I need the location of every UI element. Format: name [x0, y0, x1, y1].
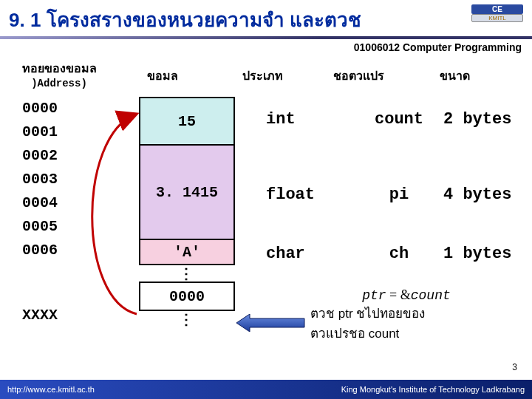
title-bar: 9. 1 โครงสรางของหนวยความจำ และตวช CE KMI… — [0, 0, 532, 39]
column-headers: ทอยของขอมล )Address) ขอมล ประเภท ชอตวแปร… — [7, 59, 525, 89]
memory-column: 15 3. 1415 'A' ⋮ 0000 ⋮ — [139, 97, 235, 327]
note-line2: ตวช ptr ชไปทอยของ — [310, 303, 502, 323]
note-line1: ptr = &count — [310, 287, 502, 303]
header-type: ประเภท — [214, 59, 310, 89]
header-address-label: ทอยของขอมล — [22, 62, 97, 75]
addr-0: 0000 — [22, 97, 58, 120]
row3-var: ch — [355, 245, 443, 263]
note-ptr: ptr — [362, 288, 386, 303]
row1-type: int — [266, 110, 347, 129]
body-area: 0000 0001 0002 0003 0004 0005 0006 XXXX … — [7, 97, 525, 363]
cell-char: 'A' — [139, 239, 235, 265]
addr-xxxx: XXXX — [22, 304, 58, 327]
addr-4: 0004 — [22, 191, 58, 215]
row2-type: float — [266, 185, 347, 204]
slide-title: 9. 1 โครงสรางของหนวยความจำ และตวช — [9, 4, 361, 35]
row1-size: 2 bytes — [443, 110, 532, 129]
addr-6: 0006 — [22, 239, 58, 262]
logo: CE KMITL — [471, 4, 523, 34]
header-address: ทอยของขอมล )Address) — [7, 59, 111, 89]
addr-5: 0005 — [22, 215, 58, 239]
addr-3: 0003 — [22, 168, 58, 191]
header-size: ขนาด — [406, 59, 502, 89]
row2-size: 4 bytes — [443, 185, 532, 204]
footer-bar: http://www.ce.kmitl.ac.th King Mongkut's… — [0, 380, 532, 399]
cell-float: 3. 1415 — [139, 145, 235, 239]
row3-type: char — [266, 245, 347, 263]
footer-institute: King Mongkut's Institute of Technology L… — [341, 385, 525, 394]
content-area: ทอยของขอมล )Address) ขอมล ประเภท ชอตวแปร… — [0, 53, 532, 369]
logo-text-top: CE — [471, 4, 523, 14]
note-eq: = & — [386, 287, 411, 302]
header-data: ขอมล — [111, 59, 214, 89]
cell-int: 15 — [139, 97, 235, 145]
address-list: 0000 0001 0002 0003 0004 0005 0006 XXXX — [22, 97, 58, 327]
addr-1: 0001 — [22, 120, 58, 144]
dots-2: ⋮ — [139, 311, 235, 327]
row1-var: count — [355, 110, 443, 129]
note-count: count — [411, 288, 451, 303]
svg-marker-0 — [236, 314, 304, 332]
header-var: ชอตวแปร — [310, 59, 406, 89]
addr-2: 0002 — [22, 144, 58, 168]
header-address-sub: )Address) — [7, 78, 111, 89]
arrow-left-icon — [236, 314, 307, 332]
pointer-note: ptr = &count ตวช ptr ชไปทอยของ ตวแปรชอ c… — [310, 287, 502, 343]
row2-var: pi — [355, 185, 443, 204]
page-number: 3 — [512, 362, 517, 372]
row3-size: 1 bytes — [443, 245, 532, 263]
course-code: 01006012 Computer Programming — [0, 39, 532, 53]
logo-text-bottom: KMITL — [471, 14, 523, 22]
note-line3: ตวแปรชอ count — [310, 323, 502, 343]
dots-1: ⋮ — [139, 265, 235, 282]
footer-url: http://www.ce.kmitl.ac.th — [7, 385, 95, 394]
cell-ptr: 0000 — [139, 282, 235, 311]
